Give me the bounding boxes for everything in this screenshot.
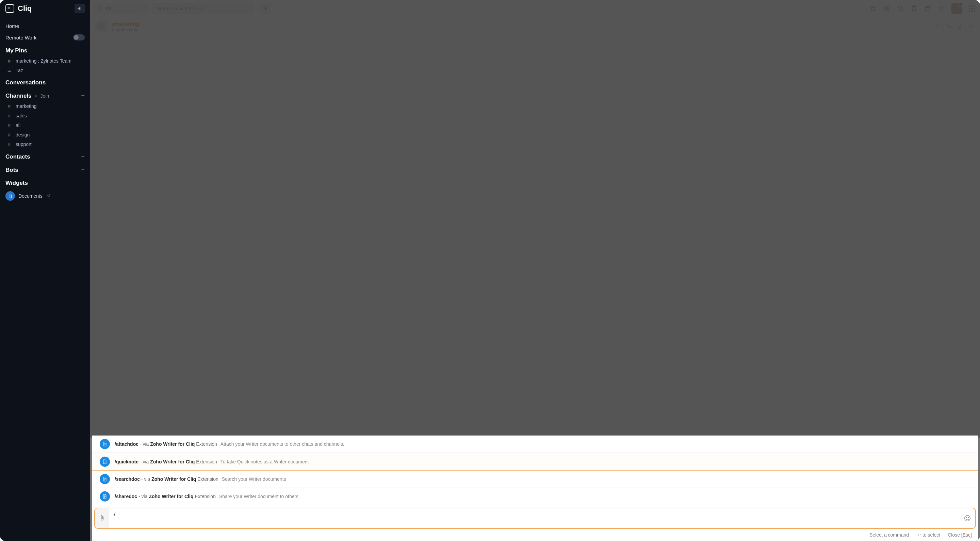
hash-icon: # — [7, 123, 11, 128]
remote-work-toggle[interactable] — [73, 34, 85, 40]
cmd-name: /searchdoc — [115, 476, 140, 482]
ext-suffix: Extension — [194, 494, 216, 499]
brand-area: Cliq — [0, 0, 90, 17]
cloud-icon: ☁ — [7, 68, 11, 73]
cmd-desc: Share your Writer document to others. — [219, 494, 300, 499]
channels-join-link[interactable]: Join — [40, 93, 49, 99]
composer-row: / — [92, 505, 978, 530]
command-suggestions-panel: /attachdoc - via Zoho Writer for Cliq Ex… — [92, 436, 978, 541]
widgets-title: Widgets — [5, 180, 28, 186]
speaker-icon — [77, 6, 82, 11]
add-bot-button[interactable]: + — [81, 166, 85, 173]
bots-title: Bots — [5, 167, 18, 173]
section-bots[interactable]: Bots + — [0, 162, 90, 175]
cliq-logo-icon — [5, 4, 14, 13]
pin-item-marketing[interactable]: # marketing : Zylnotes Team — [0, 56, 90, 66]
channel-label: sales — [16, 113, 27, 118]
hash-icon: # — [7, 142, 11, 147]
hint-enter-to-select: to select — [916, 532, 940, 538]
svg-point-9 — [966, 517, 967, 517]
documents-widget-icon — [5, 191, 15, 201]
main: All Search in All (cmd + k) + — [90, 0, 980, 541]
section-conversations[interactable]: Conversations — [0, 75, 90, 88]
contacts-title: Contacts — [5, 153, 30, 160]
channel-label: design — [16, 132, 30, 137]
hash-icon: # — [7, 132, 11, 137]
suggestion-searchdoc[interactable]: /searchdoc - via Zoho Writer for Cliq Ex… — [92, 471, 978, 488]
channel-label: marketing — [16, 103, 37, 109]
app-name: Cliq — [18, 4, 32, 13]
suggestion-sharedoc[interactable]: /sharedoc - via Zoho Writer for Cliq Ext… — [92, 488, 978, 505]
hash-icon: # — [7, 113, 11, 118]
writer-extension-icon — [100, 439, 110, 449]
hash-icon: # — [7, 103, 11, 109]
sound-toggle-button[interactable] — [75, 4, 85, 13]
ext-suffix: Extension — [195, 441, 217, 447]
pin-item-taz[interactable]: ☁ Taz — [0, 66, 90, 75]
via-text: - via — [138, 441, 150, 447]
ext-name: Zoho Writer for Cliq — [151, 476, 196, 482]
ext-suffix: Extension — [195, 459, 217, 465]
cmd-desc: Attach your Writer documents to other ch… — [221, 441, 344, 447]
svg-point-8 — [965, 516, 970, 521]
sidebar: Cliq Home Remote Work My Pins # marketin… — [0, 0, 90, 541]
widget-label: Documents — [18, 193, 43, 199]
hash-icon: # — [7, 58, 11, 64]
channel-item-design[interactable]: # design — [0, 130, 90, 140]
via-text: - via — [138, 459, 150, 465]
nav-home-label: Home — [5, 23, 19, 29]
channel-label: all — [16, 123, 21, 128]
section-channels: Channels ● Join + — [0, 88, 90, 102]
my-pins-title: My Pins — [5, 47, 27, 54]
dot-separator: ● — [35, 94, 37, 98]
message-input[interactable]: / — [109, 508, 959, 528]
message-composer: / — [94, 508, 976, 529]
writer-extension-icon — [100, 474, 110, 484]
hint-close[interactable]: Close [Esc] — [948, 532, 972, 538]
ext-name: Zoho Writer for Cliq — [150, 459, 195, 465]
widget-documents[interactable]: Documents — [0, 188, 90, 204]
channel-item-marketing[interactable]: # marketing — [0, 102, 90, 111]
nav-home[interactable]: Home — [0, 21, 90, 32]
svg-point-10 — [968, 517, 969, 517]
ext-suffix: Extension — [196, 476, 218, 482]
hint-bar: Select a command to select Close [Esc] — [92, 530, 978, 541]
add-channel-button[interactable]: + — [81, 92, 85, 99]
cmd-desc: Search your Writer documents — [222, 476, 286, 482]
channel-item-sales[interactable]: # sales — [0, 111, 90, 121]
nav-remote-work[interactable]: Remote Work — [0, 32, 90, 43]
channels-title: Channels — [5, 92, 32, 99]
plug-icon — [47, 193, 51, 199]
pin-label: marketing : Zylnotes Team — [16, 58, 72, 64]
writer-extension-icon — [100, 491, 110, 501]
section-my-pins: My Pins — [0, 43, 90, 56]
hint-select-command: Select a command — [869, 532, 909, 538]
conversations-title: Conversations — [5, 79, 46, 86]
channel-label: support — [16, 142, 32, 147]
pin-label: Taz — [16, 68, 23, 73]
channel-item-support[interactable]: # support — [0, 140, 90, 149]
suggestion-quicknote[interactable]: /quicknote - via Zoho Writer for Cliq Ex… — [92, 453, 978, 471]
attach-button[interactable] — [95, 508, 109, 528]
via-text: - via — [137, 494, 149, 499]
add-contact-button[interactable]: + — [81, 153, 85, 160]
cmd-name: /quicknote — [115, 459, 138, 465]
section-contacts[interactable]: Contacts + — [0, 149, 90, 162]
cmd-name: /sharedoc — [115, 494, 137, 499]
suggestions-list: /attachdoc - via Zoho Writer for Cliq Ex… — [92, 436, 978, 505]
section-widgets: Widgets — [0, 175, 90, 188]
ext-name: Zoho Writer for Cliq — [150, 441, 195, 447]
text-caret — [116, 511, 116, 518]
ext-name: Zoho Writer for Cliq — [149, 494, 193, 499]
cmd-name: /attachdoc — [115, 441, 138, 447]
nav-remote-work-label: Remote Work — [5, 35, 37, 40]
nav: Home Remote Work My Pins # marketing : Z… — [0, 17, 90, 541]
suggestion-attachdoc[interactable]: /attachdoc - via Zoho Writer for Cliq Ex… — [92, 436, 978, 453]
cmd-desc: To take Quick notes as a Writer document — [221, 459, 309, 465]
via-text: - via — [140, 476, 151, 482]
hint-to-select-text: to select — [923, 532, 940, 538]
writer-extension-icon — [100, 457, 110, 467]
input-value: / — [114, 511, 115, 517]
channel-item-all[interactable]: # all — [0, 121, 90, 130]
emoji-button[interactable] — [959, 508, 975, 528]
